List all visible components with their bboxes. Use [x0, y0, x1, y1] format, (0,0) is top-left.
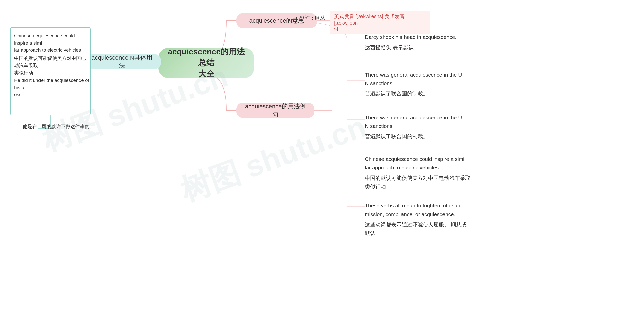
right-item-4-en: Chinese acquiescence could inspire a sim… [365, 155, 470, 172]
right-item-2-en: There was general acquiescence in the UN… [365, 71, 462, 87]
branch-usage-label: acquiescence的具体用法 [89, 54, 155, 70]
left-content-box: Chinese acquiescence could inspire a sim… [10, 27, 91, 115]
meaning-label-text: n. 默许；顺从 [294, 15, 325, 21]
right-item-4-zh: 中国的默认可能促使美方对中国电动汽车采取类似行动. [365, 174, 470, 191]
left-item-2-en: He did it under the acquiescence of his … [14, 77, 90, 98]
meaning-label: n. 默许；顺从 [294, 15, 325, 21]
watermark-2: 树图 shutu.cn [175, 107, 372, 212]
left-bottom-text-span: 他是在上司的默许下做这件事的. [23, 124, 91, 129]
right-item-5-zh: 这些动词都表示通过吓唬使人屈服、 顺从或默认. [365, 220, 467, 237]
right-item-4: Chinese acquiescence could inspire a sim… [365, 155, 470, 191]
mind-map-lines [0, 0, 644, 316]
definition-box: 英式发音 [ˌækwi'esns] 美式发音 [ˌækwi'esn s] [330, 11, 430, 34]
right-item-3-en: There was general acquiescence in the UN… [365, 113, 462, 130]
branch-examples: acquiescence的用法例句 [236, 103, 314, 118]
right-item-5-en: These verbs all mean to frighten into su… [365, 201, 467, 218]
right-item-3-zh: 普遍默认了联合国的制裁。 [365, 132, 462, 141]
branch-usage: acquiescence的具体用法 [83, 54, 161, 69]
right-item-3: There was general acquiescence in the UN… [365, 113, 462, 141]
left-item-1-zh: 中国的默认可能促使美方对中国电动汽车采取类似行动. [14, 55, 90, 77]
right-item-2-zh: 普遍默认了联合国的制裁。 [365, 89, 462, 98]
central-label: acquiescence的用法总结 大全 [166, 46, 247, 80]
central-node: acquiescence的用法总结 大全 [158, 48, 254, 78]
right-item-5: These verbs all mean to frighten into su… [365, 201, 467, 237]
right-item-2: There was general acquiescence in the UN… [365, 71, 462, 98]
right-item-1-zh: 达西摇摇头,表示默认. [365, 43, 456, 52]
branch-examples-label: acquiescence的用法例句 [243, 102, 308, 118]
definition-text: 英式发音 [ˌækwi'esns] 美式发音 [ˌækwi'esn s] [334, 14, 405, 31]
right-item-1-en: Darcy shook his head in acquiescence. [365, 33, 456, 41]
right-item-1: Darcy shook his head in acquiescence. 达西… [365, 33, 456, 52]
left-bottom-text: 他是在上司的默许下做这件事的. [23, 123, 91, 130]
left-item-1-en: Chinese acquiescence could inspire a sim… [14, 32, 90, 54]
